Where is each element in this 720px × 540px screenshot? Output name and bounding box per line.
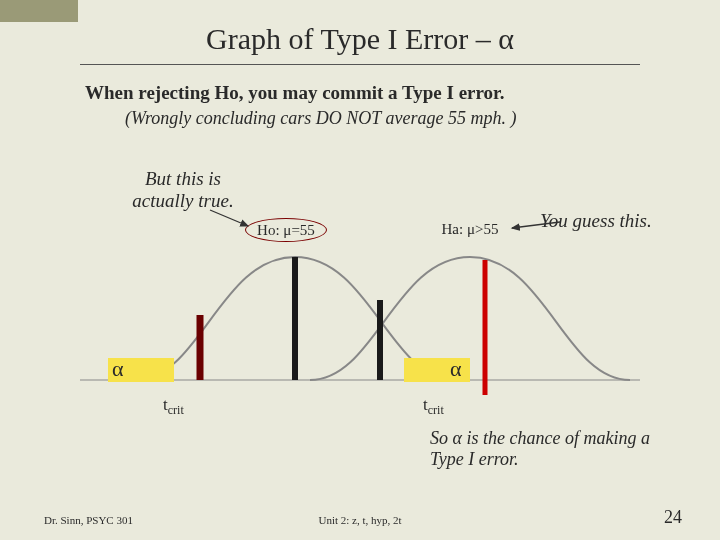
footer-unit: Unit 2: z, t, hyp, 2t	[0, 514, 720, 526]
tcrit-right: tcrit	[423, 395, 444, 418]
tcrit-left: tcrit	[163, 395, 184, 418]
alpha-symbol-left: α	[112, 356, 124, 382]
svg-line-7	[512, 222, 560, 228]
slide-number: 24	[664, 507, 682, 528]
conclusion: So α is the chance of making a Type I er…	[430, 428, 680, 470]
tcrit-left-sub: crit	[168, 403, 184, 417]
slide: Graph of Type I Error – α When rejecting…	[0, 0, 720, 540]
svg-line-6	[210, 210, 248, 226]
tcrit-right-sub: crit	[428, 403, 444, 417]
alpha-symbol-right: α	[450, 356, 462, 382]
